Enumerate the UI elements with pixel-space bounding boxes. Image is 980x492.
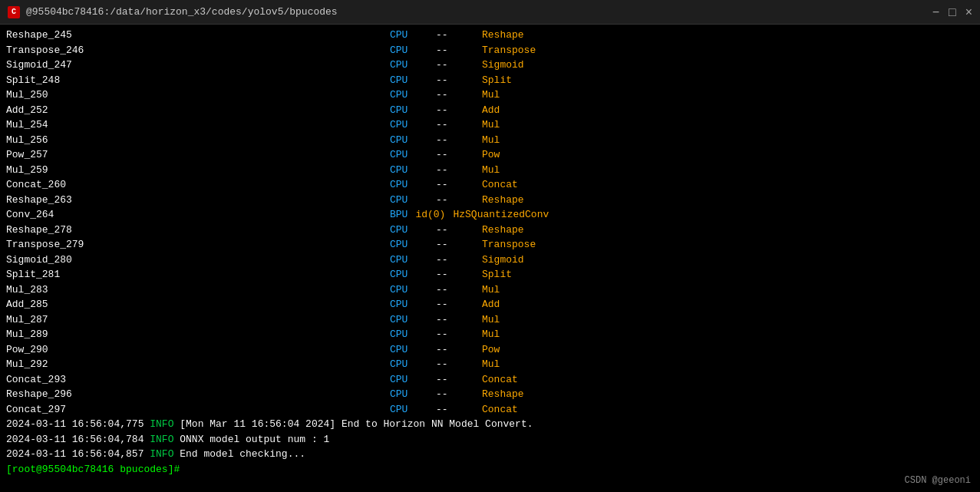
op-type: Reshape: [482, 387, 524, 402]
table-row: Mul_289CPU--Mul: [6, 327, 974, 342]
op-dash: --: [436, 402, 474, 418]
op-device: CPU: [390, 73, 428, 88]
op-type: Split: [482, 267, 512, 282]
op-device: CPU: [390, 267, 428, 282]
op-name: Reshape_278: [6, 223, 390, 238]
op-name: Mul_292: [6, 357, 390, 372]
op-dash: --: [436, 327, 474, 342]
op-name: Mul_287: [6, 312, 390, 328]
op-type: Sigmoid: [482, 253, 524, 268]
table-row: Mul_254CPU--Mul: [6, 117, 974, 133]
table-row: Mul_250CPU--Mul: [6, 88, 974, 103]
watermark: CSDN @geeoni: [905, 475, 971, 486]
op-dash: --: [436, 357, 474, 372]
op-name: Pow_257: [6, 147, 390, 163]
table-row: Conv_264BPUid(0)HzSQuantizedConv: [6, 207, 974, 223]
op-device: CPU: [390, 402, 428, 418]
close-button[interactable]: ×: [965, 6, 972, 18]
op-name: Transpose_279: [6, 237, 390, 253]
op-dash: --: [436, 372, 474, 388]
op-dash: --: [436, 58, 474, 73]
window-title: @95504bc78416:/data/horizon_x3/codes/yol…: [26, 6, 338, 18]
op-type: Mul: [482, 163, 500, 178]
log-level: INFO: [150, 432, 180, 447]
op-name: Mul_259: [6, 163, 390, 178]
op-device: CPU: [390, 28, 428, 43]
op-name: Concat_293: [6, 372, 390, 388]
op-type: Add: [482, 297, 500, 312]
op-dash: --: [436, 147, 474, 163]
log-date: 2024-03-11 16:56:04,784: [6, 432, 150, 447]
op-type: HzSQuantizedConv: [453, 207, 549, 223]
op-type: Mul: [482, 282, 500, 298]
title-bar-left: C @95504bc78416:/data/horizon_x3/codes/y…: [8, 6, 338, 18]
op-device: CPU: [390, 282, 428, 298]
log-line: 2024-03-11 16:56:04,784 INFO ONNX model …: [6, 432, 974, 447]
op-dash: --: [436, 342, 474, 358]
log-date: 2024-03-11 16:56:04,857: [6, 447, 150, 462]
op-type: Pow: [482, 147, 500, 163]
title-bar-controls: − □ ×: [932, 6, 972, 18]
table-row: Mul_259CPU--Mul: [6, 163, 974, 178]
op-name: Reshape_263: [6, 193, 390, 208]
op-type: Concat: [482, 177, 518, 193]
op-type: Transpose: [482, 237, 536, 253]
terminal: Reshape_245CPU--ReshapeTranspose_246CPU-…: [0, 25, 980, 492]
table-row: Mul_287CPU--Mul: [6, 312, 974, 328]
op-type: Mul: [482, 327, 500, 342]
op-device: CPU: [390, 327, 428, 342]
table-row: Concat_293CPU--Concat: [6, 372, 974, 388]
op-device: CPU: [390, 312, 428, 328]
table-row: Mul_256CPU--Mul: [6, 133, 974, 148]
op-name: Transpose_246: [6, 43, 390, 58]
op-type: Pow: [482, 342, 500, 358]
table-row: Split_248CPU--Split: [6, 73, 974, 88]
op-device: CPU: [390, 297, 428, 312]
table-row: Reshape_296CPU--Reshape: [6, 387, 974, 402]
minimize-button[interactable]: −: [932, 6, 939, 18]
op-type: Add: [482, 103, 500, 118]
op-dash: --: [436, 133, 474, 148]
op-dash: --: [436, 88, 474, 103]
op-dash: --: [436, 297, 474, 312]
op-device: CPU: [390, 237, 428, 253]
op-type: Reshape: [482, 28, 524, 43]
op-dash: --: [436, 103, 474, 118]
op-device: CPU: [390, 223, 428, 238]
op-name: Concat_297: [6, 402, 390, 418]
op-name: Add_285: [6, 297, 390, 312]
op-dash: --: [436, 177, 474, 193]
op-device: CPU: [390, 103, 428, 118]
op-name: Mul_289: [6, 327, 390, 342]
op-dash: --: [436, 117, 474, 133]
op-device: CPU: [390, 88, 428, 103]
maximize-button[interactable]: □: [949, 6, 956, 18]
op-name: Mul_250: [6, 88, 390, 103]
op-dash: --: [436, 253, 474, 268]
op-device: CPU: [390, 342, 428, 358]
op-name: Split_248: [6, 73, 390, 88]
op-name: Sigmoid_247: [6, 58, 390, 73]
op-dash: --: [436, 282, 474, 298]
op-dash: --: [436, 193, 474, 208]
op-type: Concat: [482, 402, 518, 418]
table-row: Reshape_245CPU--Reshape: [6, 28, 974, 43]
table-row: Concat_297CPU--Concat: [6, 402, 974, 418]
op-dash: --: [436, 28, 474, 43]
op-name: Reshape_296: [6, 387, 390, 402]
log-level: INFO: [150, 447, 180, 462]
op-dash: --: [436, 312, 474, 328]
table-row: Transpose_279CPU--Transpose: [6, 237, 974, 253]
op-device: CPU: [390, 177, 428, 193]
table-row: Reshape_278CPU--Reshape: [6, 223, 974, 238]
log-level: INFO: [150, 417, 180, 432]
op-dash: --: [436, 43, 474, 58]
op-device: BPU: [390, 207, 408, 223]
op-dash: --: [436, 223, 474, 238]
table-row: Concat_260CPU--Concat: [6, 177, 974, 193]
op-device: CPU: [390, 193, 428, 208]
log-msg: End model checking...: [180, 447, 305, 462]
op-name: Add_252: [6, 103, 390, 118]
shell-prompt: [root@95504bc78416 bpucodes]#: [6, 462, 180, 477]
table-row: Mul_292CPU--Mul: [6, 357, 974, 372]
